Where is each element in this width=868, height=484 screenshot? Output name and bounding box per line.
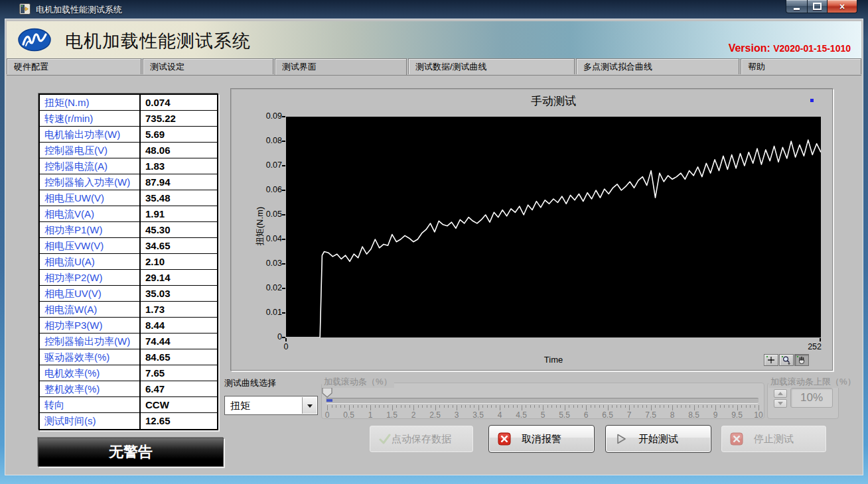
tab-4[interactable]: 测试数据/测试曲线 xyxy=(408,58,575,74)
chevron-down-icon[interactable] xyxy=(302,397,317,414)
slider-tick xyxy=(698,405,699,408)
slider-tick xyxy=(686,405,686,408)
slider-tick xyxy=(612,405,613,408)
slider-tick xyxy=(513,405,514,408)
slider-tick xyxy=(413,405,414,410)
slider-tick xyxy=(375,405,376,408)
app-window: 电机加载性能测试系统 × 电机加载性能测试系统 Version: V2020-0… xyxy=(0,0,868,484)
slider-tick xyxy=(401,405,401,408)
slider-tick-label: 5 xyxy=(541,410,545,420)
chart-panel: 手动测试 扭矩(N.m) 0 252 Time 0.090.080.070.06… xyxy=(230,88,833,371)
param-label: 电机输出功率(W) xyxy=(40,127,141,142)
tab-1[interactable]: 硬件配置 xyxy=(7,58,141,74)
slider-tick-label: 7.5 xyxy=(645,410,656,420)
table-row: 控制器输出功率(W)74.44 xyxy=(40,333,217,349)
param-value: 2.10 xyxy=(141,254,217,269)
y-tick-mark xyxy=(282,239,285,240)
slider-tick-label: 4.5 xyxy=(516,410,527,420)
slider-tick-label: 2.5 xyxy=(429,410,441,420)
slider-tick xyxy=(478,405,479,410)
cancel-alarm-button[interactable]: 取消报警 xyxy=(488,425,595,453)
slider-tick xyxy=(582,405,583,408)
chart-plot xyxy=(286,117,821,337)
x-axis-title: Time xyxy=(286,355,821,365)
slider-tick xyxy=(677,405,678,408)
slider-tick xyxy=(349,405,350,410)
slider-tick-label: 8.5 xyxy=(688,410,699,420)
x-tick-last xyxy=(820,338,821,341)
spinner-down-icon xyxy=(774,399,787,408)
company-logo-icon xyxy=(17,27,52,55)
slider-tick xyxy=(366,405,367,408)
tab-3-active[interactable]: 测试界面 xyxy=(275,58,407,75)
table-row: 转速(r/min)735.22 xyxy=(40,111,217,127)
slider-tick xyxy=(496,405,496,408)
slider-tick xyxy=(620,405,621,408)
app-icon xyxy=(19,3,31,15)
param-value: 1.91 xyxy=(141,206,217,221)
button-label: 停止测试 xyxy=(721,426,826,452)
param-label: 驱动器效率(%) xyxy=(40,349,141,365)
button-label: 点动保存数据 xyxy=(370,426,473,452)
maximize-button[interactable] xyxy=(808,0,828,13)
start-test-button[interactable]: 开始测试 xyxy=(605,425,711,453)
slider-tick xyxy=(474,405,474,408)
slider-tick-label: 9 xyxy=(713,410,718,420)
warning-display: 无警告 xyxy=(38,438,224,467)
titlebar: 电机加载性能测试系统 × xyxy=(0,0,868,19)
param-label: 测试时间(s) xyxy=(40,413,141,429)
close-button[interactable]: × xyxy=(828,0,857,13)
y-tick-label: 0.08 xyxy=(245,136,282,145)
minimize-button[interactable] xyxy=(786,0,808,13)
param-label: 相电流V(A) xyxy=(40,206,141,221)
slider-tick xyxy=(591,405,591,408)
spinner-up-icon xyxy=(774,389,787,398)
slider-tick xyxy=(327,405,328,410)
param-label: 相功率P1(W) xyxy=(40,222,141,237)
slider-tick xyxy=(711,405,712,408)
param-value: 12.65 xyxy=(141,413,217,429)
param-value: 35.03 xyxy=(141,286,217,301)
tab-2[interactable]: 测试设定 xyxy=(143,58,273,74)
slider-tick xyxy=(565,405,565,410)
slider-tick xyxy=(724,405,725,408)
y-axis-label: 扭矩(N.m) xyxy=(254,190,265,263)
slider-tick xyxy=(422,405,423,408)
slider-tick xyxy=(526,405,526,408)
param-label: 转向 xyxy=(40,397,141,412)
param-value: 35.48 xyxy=(141,190,217,206)
slider-tick xyxy=(629,405,630,410)
table-row: 控制器电压(V)48.06 xyxy=(40,143,217,158)
tab-6[interactable]: 帮助 xyxy=(741,58,861,74)
slider-tick-label: 6.5 xyxy=(602,410,613,420)
upper-limit-value: 10% xyxy=(790,388,833,408)
slider-tick-label: 3 xyxy=(455,410,459,420)
slider-tick xyxy=(418,405,419,408)
table-row: 转向CCW xyxy=(40,397,217,413)
header-banner: 电机加载性能测试系统 Version: V2020-01-15-1010 xyxy=(7,21,861,59)
slider-tick xyxy=(707,405,707,408)
crosshair-tool-icon[interactable] xyxy=(764,354,778,366)
slider-tick xyxy=(616,405,617,408)
pan-tool-icon[interactable] xyxy=(794,354,809,366)
curve-select-combo[interactable]: 扭矩 xyxy=(224,396,318,415)
y-tick-mark xyxy=(282,190,285,191)
slider-tick xyxy=(409,405,410,408)
slider-tick xyxy=(448,405,449,408)
param-value: 29.14 xyxy=(141,270,217,285)
slider-tick xyxy=(396,405,397,408)
y-tick-label: 0.02 xyxy=(245,283,282,292)
slider-tick-label: 4 xyxy=(498,410,502,420)
table-row: 相功率P1(W)45.30 xyxy=(40,222,217,238)
slider-tick xyxy=(388,405,388,408)
slider-tick-label: 3.5 xyxy=(472,410,484,420)
slider-tick xyxy=(737,405,738,410)
slider-tick xyxy=(491,405,492,408)
slider-tick xyxy=(530,405,531,408)
param-label: 相功率P2(W) xyxy=(40,270,141,285)
zoom-tool-icon[interactable] xyxy=(779,354,794,366)
upper-limit-spinner: 10% xyxy=(767,383,839,419)
tab-5[interactable]: 多点测试拟合曲线 xyxy=(576,58,739,74)
slider-tick-label: 8 xyxy=(670,410,675,420)
param-value: 8.44 xyxy=(141,318,217,333)
